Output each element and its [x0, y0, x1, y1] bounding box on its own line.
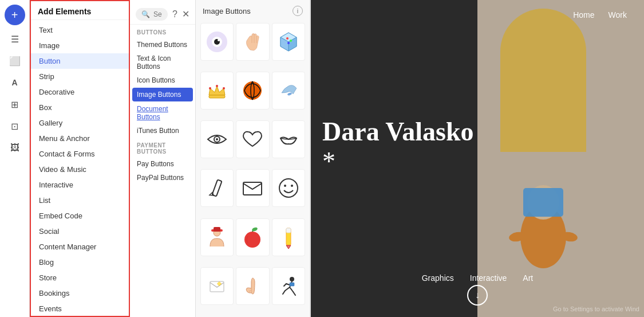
buttons-submenu-panel: 🔍 ? ✕ BUTTONS Themed Buttons Text & Icon… — [130, 0, 196, 317]
hero-title: Dara Valasko — [322, 118, 494, 147]
element-list[interactable]: List — [31, 193, 129, 208]
hero-bottom-labels: Graphics Interactive Art — [311, 273, 644, 283]
image-buttons-item[interactable]: Image Buttons — [132, 88, 193, 101]
sidebar-apps-btn[interactable]: ⊞ — [3, 94, 26, 115]
svg-point-13 — [287, 42, 290, 44]
svg-point-15 — [209, 87, 211, 89]
themes-icon: A — [11, 78, 17, 87]
close-button[interactable]: ✕ — [182, 10, 189, 19]
svg-rect-41 — [523, 188, 563, 217]
svg-rect-29 — [214, 227, 220, 232]
label-interactive[interactable]: Interactive — [470, 273, 507, 283]
label-art[interactable]: Art — [523, 273, 533, 283]
image-button-crown[interactable] — [200, 72, 234, 109]
svg-point-24 — [279, 179, 298, 197]
image-button-smiley[interactable] — [272, 169, 305, 207]
element-strip[interactable]: Strip — [31, 69, 129, 84]
sidebar-media-btn[interactable]: 🖼 — [3, 138, 26, 158]
label-graphics[interactable]: Graphics — [422, 273, 454, 283]
layers-icon: ☰ — [11, 34, 19, 45]
image-button-person[interactable] — [200, 218, 234, 256]
element-gallery[interactable]: Gallery — [31, 115, 129, 131]
element-content-manager[interactable]: Content Manager — [31, 239, 129, 255]
element-events[interactable]: Events — [31, 301, 129, 316]
nav-home[interactable]: Home — [573, 10, 594, 19]
sidebar-wix-btn[interactable]: ⊡ — [3, 116, 26, 136]
image-button-running[interactable] — [272, 267, 305, 305]
image-button-eye-outline[interactable] — [200, 120, 234, 158]
element-contact-forms[interactable]: Contact & Forms — [31, 146, 129, 162]
image-button-cube[interactable] — [272, 23, 305, 61]
element-button[interactable]: Button — [31, 53, 129, 69]
search-icon: 🔍 — [141, 10, 150, 18]
sidebar-pages-btn[interactable]: ⬜ — [3, 50, 26, 71]
image-button-mail-outline[interactable] — [236, 169, 269, 207]
payment-buttons-section-title: PAYMENT BUTTONS — [130, 138, 195, 157]
image-button-pencil[interactable] — [200, 169, 234, 207]
text-icon-buttons-item[interactable]: Text & Icon Buttons — [130, 52, 195, 73]
image-button-finger[interactable] — [236, 267, 269, 305]
sidebar-themes-btn[interactable]: A — [3, 72, 26, 93]
svg-rect-34 — [286, 228, 291, 233]
element-embed-code[interactable]: Embed Code — [31, 208, 129, 224]
image-buttons-grid — [196, 19, 310, 317]
add-elements-panel: Add Elements Text Image Button Strip Dec… — [30, 0, 130, 317]
image-button-apple[interactable] — [236, 218, 269, 256]
icon-buttons-item[interactable]: Icon Buttons — [130, 73, 195, 87]
media-icon: 🖼 — [10, 143, 19, 153]
svg-point-21 — [216, 138, 218, 140]
element-box[interactable]: Box — [31, 100, 129, 115]
image-button-lips[interactable] — [272, 120, 305, 158]
search-input[interactable] — [153, 10, 162, 18]
info-icon[interactable]: i — [293, 6, 303, 16]
image-button-heart[interactable] — [236, 120, 269, 158]
pay-buttons-item[interactable]: Pay Buttons — [130, 157, 195, 171]
add-elements-header: Add Elements — [31, 1, 129, 20]
svg-point-16 — [216, 85, 218, 87]
arrow-down-icon: ↓ — [475, 290, 480, 300]
itunes-button-item[interactable]: iTunes Button — [130, 124, 195, 138]
svg-rect-14 — [209, 95, 225, 98]
website-nav: Home Work — [311, 0, 644, 30]
svg-point-18 — [243, 81, 262, 100]
hero-section: Dara Valasko * — [311, 0, 644, 317]
wix-icon: ⊡ — [11, 121, 18, 132]
element-store[interactable]: Store — [31, 270, 129, 285]
svg-point-37 — [290, 277, 294, 281]
add-elements-icon-button[interactable]: + — [5, 5, 25, 25]
element-blog[interactable]: Blog — [31, 255, 129, 270]
help-button[interactable]: ? — [172, 10, 177, 19]
svg-rect-22 — [212, 180, 222, 197]
website-preview: Home Work Dara Valasko * — [311, 0, 644, 317]
image-button-eye[interactable] — [200, 23, 234, 61]
search-field[interactable]: 🔍 — [136, 8, 168, 21]
element-bookings[interactable]: Bookings — [31, 285, 129, 301]
sidebar-layers-btn[interactable]: ☰ — [3, 29, 26, 49]
element-menu-anchor[interactable]: Menu & Anchor — [31, 131, 129, 146]
element-image[interactable]: Image — [31, 38, 129, 53]
svg-point-12 — [290, 40, 292, 42]
hero-right-image — [477, 0, 644, 317]
elements-list: Text Image Button Strip Decorative Box G… — [31, 20, 129, 316]
paypal-buttons-item[interactable]: PayPal Buttons — [130, 171, 195, 185]
element-social[interactable]: Social — [31, 224, 129, 239]
element-decorative[interactable]: Decorative — [31, 84, 129, 100]
image-button-hand[interactable] — [236, 23, 269, 61]
pages-icon: ⬜ — [9, 56, 21, 66]
scroll-down-button[interactable]: ↓ — [467, 285, 488, 306]
element-interactive[interactable]: Interactive — [31, 177, 129, 193]
svg-point-25 — [284, 185, 286, 187]
image-button-ball[interactable] — [236, 72, 269, 109]
image-buttons-panel-header: Image Buttons i — [196, 0, 310, 19]
image-button-crayon[interactable] — [272, 218, 305, 256]
image-button-envelope[interactable] — [272, 72, 305, 109]
element-text[interactable]: Text — [31, 22, 129, 38]
image-button-envelope2[interactable] — [200, 267, 234, 305]
element-video-music[interactable]: Video & Music — [31, 162, 129, 177]
svg-point-3 — [218, 39, 220, 41]
themed-buttons-item[interactable]: Themed Buttons — [130, 38, 195, 52]
svg-point-17 — [223, 87, 225, 89]
document-buttons-item[interactable]: Document Buttons — [130, 102, 195, 124]
svg-rect-38 — [290, 283, 294, 286]
nav-work[interactable]: Work — [609, 10, 627, 19]
